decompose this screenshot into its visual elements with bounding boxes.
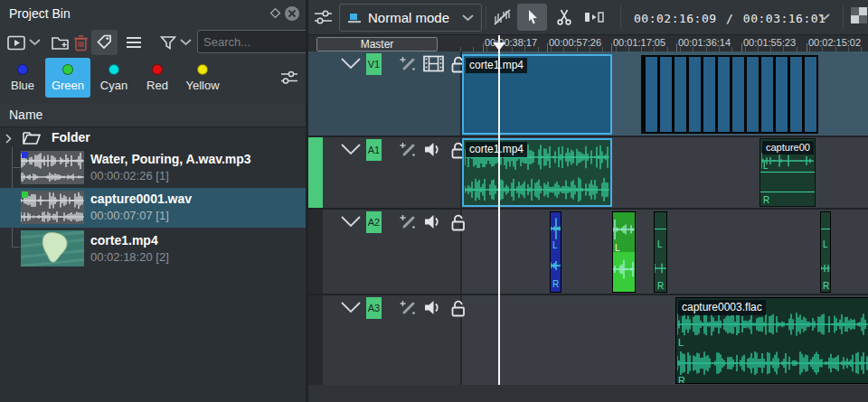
clip-name: corte1.mp4	[90, 233, 158, 248]
track-a3-strip[interactable]	[308, 295, 323, 385]
track-a1-header[interactable]: A1	[323, 137, 462, 208]
tag-button-green[interactable]: Green	[45, 58, 90, 98]
track-name-badge[interactable]: A3	[366, 297, 382, 319]
timecode-display[interactable]: 00:02:16:09 / 00:03:16:01	[634, 10, 826, 26]
combo-chevron-icon	[462, 14, 474, 22]
compositing-checkerboard-icon[interactable]	[850, 6, 868, 24]
track-a1-target-strip[interactable]	[308, 137, 323, 208]
tag-button[interactable]	[91, 30, 118, 55]
track-name-badge[interactable]: A1	[366, 139, 382, 161]
audio-axis	[821, 229, 830, 229]
track-v1-strip[interactable]	[308, 51, 323, 136]
effects-wand-icon[interactable]	[399, 141, 418, 160]
channel-label: L	[657, 239, 663, 249]
blue-dot-icon	[17, 64, 28, 75]
track-v1: V1 corte1.mp4	[308, 51, 868, 136]
channel-label: R	[657, 281, 664, 291]
folder-row[interactable]: Folder	[0, 128, 306, 148]
tag-button-blue[interactable]: Blue	[2, 58, 43, 98]
clip-duration: 00:00:02:26 [1]	[90, 169, 169, 182]
video-thumbnail	[21, 230, 84, 266]
toolbar-separator	[843, 5, 844, 29]
expander-icon[interactable]	[5, 134, 12, 144]
delete-button[interactable]	[69, 31, 92, 54]
audio-speaker-icon[interactable]	[424, 213, 442, 230]
clip-label: capture00	[762, 141, 814, 154]
channel-label: L	[763, 161, 769, 171]
collapse-track-icon[interactable]	[341, 58, 361, 70]
waveform	[21, 171, 84, 183]
float-panel-icon[interactable]	[268, 5, 284, 22]
list-header[interactable]: Name	[0, 104, 306, 127]
effects-wand-icon[interactable]	[399, 299, 418, 318]
clip-label: capture0003.flac	[678, 300, 766, 315]
audio-clip-green[interactable]: L	[612, 211, 636, 293]
view-settings-sliders-icon[interactable]	[280, 70, 298, 86]
clip-name: Water, Pouring, A.wav.mp3	[90, 152, 251, 166]
add-clip-chevron-icon[interactable]	[29, 39, 41, 46]
lock-icon[interactable]	[449, 213, 467, 232]
filter-chevron-icon[interactable]	[180, 39, 192, 46]
collapse-track-icon[interactable]	[341, 144, 361, 155]
tag-button-cyan[interactable]: Cyan	[92, 58, 136, 98]
toolbar-separator	[486, 5, 486, 29]
razor-tool-button[interactable]	[551, 4, 578, 31]
bin-list: Folder Water, Pouring, A.wav.mp3 00:00:0…	[0, 127, 306, 402]
playhead-handle[interactable]	[493, 42, 505, 51]
audio-clip-blue[interactable]: L R	[550, 211, 561, 293]
effects-wand-icon[interactable]	[399, 55, 418, 74]
audio-axis	[760, 172, 815, 173]
mix-clips-tool-button[interactable]	[489, 4, 514, 31]
tag-button-red[interactable]: Red	[137, 58, 177, 98]
video-track-icon[interactable]	[423, 55, 444, 72]
collapse-track-icon[interactable]	[341, 216, 361, 228]
playhead-line[interactable]	[498, 35, 500, 385]
timecode-total: 00:03:16:01	[743, 12, 826, 25]
track-name-badge[interactable]: V1	[366, 53, 382, 75]
audio-clip-corte1[interactable]: corte1.mp4	[462, 138, 612, 207]
add-clip-button[interactable]	[5, 31, 28, 54]
track-name-badge[interactable]: A2	[366, 211, 382, 233]
spacer-tool-button[interactable]	[580, 4, 609, 31]
clip-name: capture0001.wav	[90, 192, 192, 206]
name-column-header: Name	[9, 108, 42, 122]
list-item[interactable]: corte1.mp4 00:02:18:20 [2]	[0, 228, 306, 269]
waveform	[551, 217, 561, 240]
collapse-track-icon[interactable]	[341, 302, 361, 313]
video-clip-group[interactable]	[641, 55, 818, 134]
selection-tool-button[interactable]	[517, 4, 547, 31]
timecode-chevron-icon[interactable]	[818, 14, 830, 21]
waveform	[465, 176, 609, 203]
track-a3: A3 L R capture0003.flac	[308, 295, 868, 385]
timeline-ruler[interactable]: Master 00:00:38:17 00:00:57:26 00:01:17:…	[308, 35, 868, 51]
timeline-settings-sliders-icon[interactable]	[314, 8, 334, 26]
audio-axis	[760, 192, 815, 192]
tag-color-marker	[22, 192, 28, 198]
waveform	[677, 312, 868, 337]
list-item-selected[interactable]: capture0001.wav 00:00:07:07 [1]	[0, 188, 306, 228]
effects-wand-icon[interactable]	[399, 213, 418, 232]
tag-button-yellow[interactable]: Yellow	[179, 58, 226, 98]
search-input[interactable]	[197, 30, 312, 53]
master-button[interactable]: Master	[316, 37, 438, 51]
audio-clip-capture[interactable]: L R capture00	[760, 138, 816, 207]
edit-mode-combobox[interactable]: Normal mode	[339, 4, 482, 32]
video-clip-corte1[interactable]: corte1.mp4	[462, 54, 612, 135]
menu-icon[interactable]	[122, 31, 146, 54]
timeline-toolbar: Normal mode 00:02:16:09 / 00:03:16:01	[308, 0, 868, 35]
close-panel-icon[interactable]	[284, 5, 300, 22]
filter-icon[interactable]	[156, 31, 180, 54]
audio-speaker-icon[interactable]	[424, 141, 442, 158]
lock-icon[interactable]	[449, 299, 467, 318]
track-a3-header[interactable]: A3	[323, 295, 462, 385]
track-a2-header[interactable]: A2	[323, 210, 462, 294]
track-v1-header[interactable]: V1	[323, 51, 462, 136]
audio-clip-dark1[interactable]: L R	[654, 211, 667, 293]
timeline-scrollbar-area[interactable]	[308, 385, 868, 402]
audio-clip-flac[interactable]: L R capture0003.flac	[675, 297, 868, 384]
channel-label: L	[823, 239, 828, 249]
audio-speaker-icon[interactable]	[424, 299, 442, 316]
list-item[interactable]: Water, Pouring, A.wav.mp3 00:00:02:26 [1…	[0, 148, 306, 188]
track-a2-strip[interactable]	[308, 210, 323, 294]
audio-clip-dark2[interactable]: L R	[820, 211, 831, 293]
